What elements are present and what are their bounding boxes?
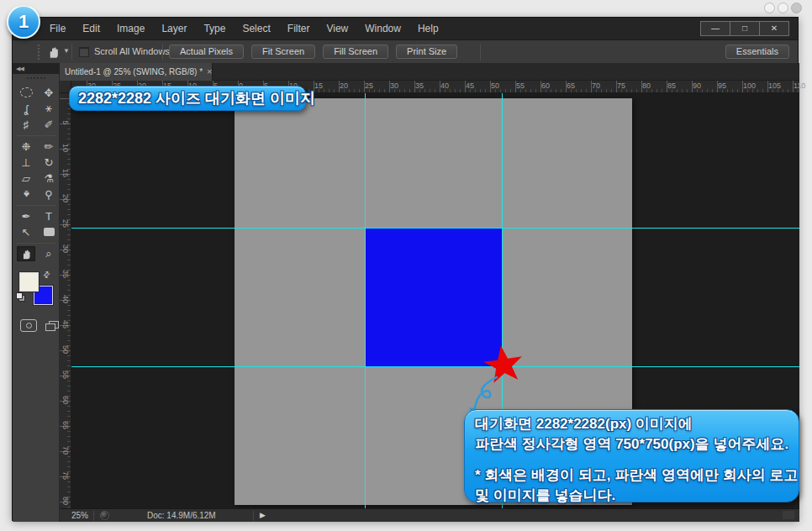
history-brush-tool-icon[interactable]: ↻ (40, 155, 58, 170)
ruler-label: 95 (718, 81, 726, 90)
workspace-essentials-button[interactable]: Essentials (725, 45, 789, 59)
close-button[interactable]: ✕ (759, 21, 789, 36)
scroll-all-windows-checkbox[interactable] (79, 47, 89, 57)
document-tab-bar: Untitled-1 @ 25% (SWING, RGB/8) *× (60, 63, 799, 81)
guide-horizontal-bottom (71, 366, 799, 367)
ruler-label: 75 (617, 81, 625, 90)
dodge-tool-icon[interactable]: ⚲ (40, 187, 58, 202)
ruler-label: 20 (60, 192, 71, 204)
move-tool-icon[interactable]: ✥ (40, 85, 58, 100)
actual-pixels-button[interactable]: Actual Pixels (169, 45, 244, 59)
zoom-tool-icon[interactable]: ⌕ (40, 246, 58, 261)
decor-circle (791, 3, 802, 13)
tool-row: ✥ (13, 85, 59, 101)
menu-item-layer[interactable]: Layer (153, 18, 195, 39)
ruler-label: 80 (60, 495, 71, 507)
path-selection-tool-icon[interactable]: ↖ (17, 224, 35, 239)
callout-bottom-line: * 회색은 배경이 되고, 파란색 영역에만 회사의 로고 (475, 465, 788, 486)
menu-item-edit[interactable]: Edit (74, 18, 108, 39)
callout-bottom-line: 대기화면 2282*2282(px) 이미지에 (475, 414, 788, 434)
ruler-label: 15 (314, 81, 323, 90)
tool-row: ❉✏ (13, 139, 59, 155)
menu-item-view[interactable]: View (318, 18, 356, 39)
ruler-label: 75 (60, 470, 71, 481)
menu-item-help[interactable]: Help (409, 18, 447, 39)
step-number-badge: 1 (7, 5, 40, 39)
tab-close-icon[interactable]: × (207, 66, 212, 76)
divider (253, 511, 254, 521)
decor-circle (778, 3, 788, 13)
elliptical-marquee-tool-icon[interactable] (17, 85, 35, 100)
ruler-label: 65 (567, 81, 575, 90)
clone-stamp-tool-icon[interactable]: ⊥ (17, 155, 35, 170)
menu-item-window[interactable]: Window (356, 18, 409, 39)
pen-tool-icon[interactable]: ✒ (17, 208, 35, 223)
ruler-label: 85 (667, 81, 676, 90)
type-tool-icon[interactable]: T (40, 208, 58, 223)
fill-screen-button[interactable]: Fill Screen (323, 45, 388, 59)
fit-screen-button[interactable]: Fit Screen (251, 45, 315, 59)
menu-item-image[interactable]: Image (108, 18, 153, 39)
print-size-button[interactable]: Print Size (396, 45, 457, 59)
ruler-label: 20 (340, 81, 348, 90)
tool-row: ✒T (13, 208, 59, 224)
panel-grip[interactable] (27, 77, 45, 80)
ruler-label: 10 (60, 142, 71, 154)
ruler-label: 50 (60, 344, 71, 355)
ruler-label: 40 (440, 81, 449, 90)
rectangle-tool-icon[interactable] (40, 224, 58, 239)
divider (93, 511, 94, 521)
menu-item-type[interactable]: Type (195, 18, 234, 39)
ruler-label: 25 (365, 81, 373, 90)
menu-item-select[interactable]: Select (234, 18, 278, 39)
hand-tool-icon[interactable] (46, 45, 61, 60)
divider (71, 44, 72, 60)
page-decor-circles (764, 3, 802, 13)
callout-bottom-line: 파란색 정사각형 영역 750*750(px)을 넣어주세요. (475, 434, 788, 455)
hand-tool-icon[interactable] (17, 246, 35, 261)
document-tab[interactable]: Untitled-1 @ 25% (SWING, RGB/8) *× (60, 63, 213, 81)
view-buttons: Actual PixelsFit ScreenFill ScreenPrint … (169, 45, 457, 59)
ruler-label: 40 (60, 293, 71, 305)
magic-wand-tool-icon[interactable]: ⚹ (40, 101, 58, 116)
tool-group-divider (16, 135, 55, 136)
menu-bar: FileEditImageLayerTypeSelectFilterViewWi… (13, 18, 798, 40)
tool-row: ▱⚗ (13, 171, 59, 187)
resize-grip[interactable] (783, 511, 794, 519)
tool-row: ⊥↻ (13, 155, 59, 171)
ruler-label: 80 (642, 81, 651, 90)
ruler-label: 25 (60, 218, 71, 229)
default-colors-icon[interactable] (16, 292, 26, 302)
menu-item-filter[interactable]: Filter (279, 18, 319, 39)
ruler-label: 60 (541, 81, 550, 90)
crop-tool-icon[interactable]: ♯ (17, 117, 35, 132)
status-flyout-arrow[interactable]: ▶ (260, 511, 266, 519)
eyedropper-tool-icon[interactable]: ✐ (40, 117, 58, 132)
menu-item-file[interactable]: File (41, 18, 74, 39)
maximize-button[interactable]: □ (730, 21, 760, 36)
divider (480, 44, 481, 60)
brush-tool-icon[interactable]: ✏ (40, 139, 58, 154)
document-tab-title: Untitled-1 @ 25% (SWING, RGB/8) * (65, 67, 203, 76)
ruler-label: 30 (390, 81, 398, 90)
ruler-label: 5 (60, 117, 71, 129)
foreground-color-swatch[interactable] (19, 272, 39, 292)
ruler-label: 45 (466, 81, 474, 90)
quick-mask-icon[interactable] (20, 319, 37, 332)
blur-tool-icon[interactable]: ♠ (17, 187, 35, 202)
zoom-level[interactable]: 25% (71, 511, 88, 520)
ruler-label: 55 (60, 369, 71, 381)
tool-options-bar: ▼ Scroll All Windows Actual PixelsFit Sc… (13, 40, 798, 64)
paint-bucket-tool-icon[interactable]: ⚗ (40, 171, 58, 186)
lasso-tool-icon[interactable]: ʆ (17, 101, 35, 116)
screen-mode-icon[interactable] (45, 321, 59, 331)
status-indicator-icon[interactable] (100, 511, 109, 520)
collapse-panel-icon[interactable]: ◀◀ (16, 66, 24, 71)
window-controls: —□✕ (701, 21, 789, 36)
eraser-tool-icon[interactable]: ▱ (17, 171, 35, 186)
chevron-down-icon[interactable]: ▼ (63, 47, 70, 55)
swap-colors-icon[interactable]: ⇄ (40, 269, 52, 281)
minimize-button[interactable]: — (700, 21, 730, 36)
tool-panel-header[interactable]: ◀◀ (13, 63, 60, 74)
healing-brush-tool-icon[interactable]: ❉ (17, 139, 35, 154)
